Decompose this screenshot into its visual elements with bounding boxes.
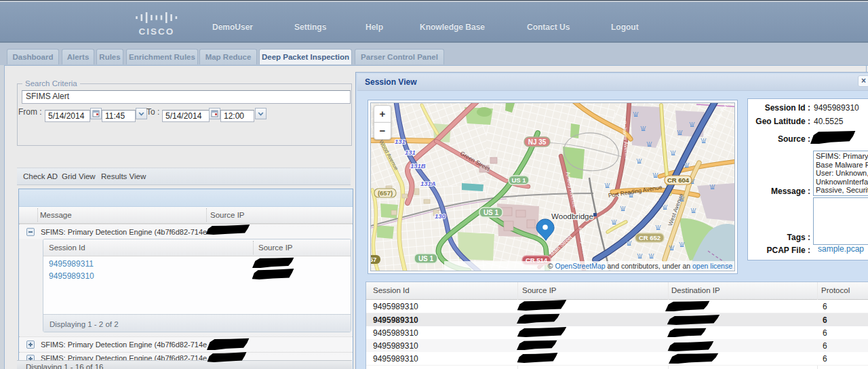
svg-text:US 1: US 1: [484, 209, 499, 216]
svg-text:57: 57: [371, 256, 376, 263]
svg-text:131A: 131A: [420, 180, 436, 187]
svg-text:CISCO: CISCO: [139, 26, 175, 37]
svg-text:(657): (657): [378, 189, 393, 197]
svg-text:131B: 131B: [410, 162, 426, 170]
svg-text:US 1: US 1: [511, 176, 526, 184]
svg-text:NJ 35: NJ 35: [528, 138, 547, 146]
svg-text:© OpenStreetMap and contributo: © OpenStreetMap and contributors, under …: [548, 262, 732, 270]
svg-text:130: 130: [435, 212, 446, 220]
svg-text:131: 131: [405, 149, 416, 156]
svg-text:US 1: US 1: [418, 255, 434, 263]
svg-text:Woodbridge: Woodbridge: [551, 212, 593, 220]
svg-text:CR 604: CR 604: [667, 176, 690, 184]
svg-text:CR 652: CR 652: [639, 234, 660, 241]
svg-text:131: 131: [395, 138, 406, 145]
